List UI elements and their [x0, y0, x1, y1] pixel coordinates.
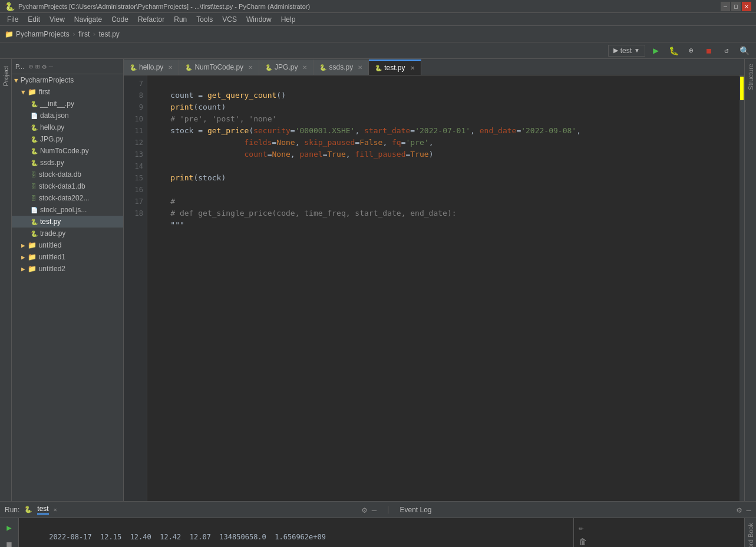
py-icon6: 🐍 — [31, 219, 38, 225]
menu-run[interactable]: Run — [169, 14, 192, 25]
menu-navigate[interactable]: Navigate — [70, 14, 107, 25]
folder-icon2: ▶ — [21, 242, 25, 249]
titlebar: 🐍 PycharmProjects [C:\Users\Administrato… — [0, 0, 756, 13]
debug-button[interactable]: 🐛 — [666, 44, 681, 57]
event-log-sep: | — [386, 506, 390, 514]
run-tab-close[interactable]: ✕ — [54, 506, 57, 513]
tree-item-untitled1[interactable]: ▶ 📁 untitled1 — [12, 251, 123, 263]
menu-file[interactable]: File — [2, 14, 23, 25]
toolbar: ▶ test ▼ ▶ 🐛 ⊕ ■ ↺ 🔍 — [0, 42, 756, 59]
maximize-button[interactable]: □ — [731, 2, 741, 11]
breadcrumb-first[interactable]: first — [78, 30, 90, 38]
folder-expand-icon: ▼ — [21, 88, 25, 96]
menu-tools[interactable]: Tools — [192, 14, 217, 25]
folder-icon: ▼ — [14, 77, 18, 84]
run-config-selector[interactable]: ▶ test ▼ — [608, 45, 645, 57]
event-log-settings-icon[interactable]: ⚙ — [737, 505, 741, 515]
project-tab[interactable]: Project — [0, 59, 12, 501]
tab-numtocode-close[interactable]: ✕ — [248, 64, 253, 71]
sync-icon[interactable]: ⊕ — [29, 62, 33, 71]
settings-icon[interactable]: ⚙ — [42, 62, 47, 71]
menu-window[interactable]: Window — [242, 14, 276, 25]
tab-jpg-close[interactable]: ✕ — [302, 64, 307, 71]
structure-label: Structure — [747, 64, 754, 90]
tab-ssds-label: ssds.py — [329, 63, 353, 71]
breadcrumb-sep2: › — [92, 30, 96, 38]
run-stop-button[interactable]: ■ — [2, 537, 16, 547]
menu-help[interactable]: Help — [276, 14, 301, 25]
settings-button[interactable]: ↺ — [719, 44, 734, 57]
tree-item-root[interactable]: ▼ PycharmProjects — [12, 74, 123, 86]
close-button[interactable]: ✕ — [742, 2, 751, 11]
tree-item-test[interactable]: 🐍 test.py — [12, 216, 123, 228]
tab-test[interactable]: 🐍 test.py ✕ — [369, 60, 421, 75]
run-minimize-icon[interactable]: – — [372, 505, 377, 515]
tab-numtocode[interactable]: 🐍 NumToCode.py ✕ — [179, 60, 259, 75]
run-config-icon: ▶ — [613, 47, 618, 54]
tree-item-untitled[interactable]: ▶ 📁 untitled — [12, 239, 123, 251]
sidebar-header: P... ⊕ ⊞ ⚙ – — [12, 59, 123, 74]
tab-test-label: test.py — [384, 64, 405, 72]
run-panel: Run: 🐍 test ✕ ⚙ – | Event Log ⚙ – ▶ ■ ↑ … — [0, 501, 756, 547]
expand-icon[interactable]: ⊞ — [35, 62, 39, 71]
minimize-button[interactable]: — — [721, 2, 730, 11]
window-controls: — □ ✕ — [721, 2, 751, 11]
tree-item-init[interactable]: 🐍 __init__.py — [12, 98, 123, 110]
tree-trade-label: trade.py — [40, 229, 65, 238]
run-with-coverage-button[interactable]: ⊕ — [684, 44, 698, 57]
event-log-minimize-icon[interactable]: – — [747, 505, 751, 515]
editor-content[interactable]: 789101112131415161718 count = get_query_… — [124, 75, 744, 501]
tree-test-label: test.py — [40, 218, 61, 226]
tree-item-numtocode[interactable]: 🐍 NumToCode.py — [12, 145, 123, 157]
tree-item-first[interactable]: ▼ 📁 first — [12, 86, 123, 98]
run-output[interactable]: 2022-08-17 12.15 12.40 12.42 12.07 13485… — [19, 518, 573, 547]
tree-item-stockpool[interactable]: 📄 stock_pool.js... — [12, 204, 123, 216]
tree-root-label: PycharmProjects — [21, 76, 74, 84]
tab-ssds-close[interactable]: ✕ — [358, 64, 362, 71]
menu-edit[interactable]: Edit — [23, 14, 45, 25]
tab-hello-icon: 🐍 — [130, 64, 137, 71]
tree-item-ssds[interactable]: 🐍 ssds.py — [12, 157, 123, 169]
code-display[interactable]: count = get_query_count() print(count) #… — [147, 75, 744, 501]
search-button[interactable]: 🔍 — [737, 44, 751, 57]
title-text: PycharmProjects [C:\Users\Administrator\… — [18, 3, 721, 10]
menu-code[interactable]: Code — [107, 14, 133, 25]
menu-refactor[interactable]: Refactor — [133, 14, 169, 25]
menu-vcs[interactable]: VCS — [217, 14, 242, 25]
event-log-label: Event Log — [400, 506, 431, 514]
stop-button[interactable]: ■ — [702, 44, 716, 57]
structure-panel[interactable]: Structure — [744, 59, 756, 501]
run-panel-header: Run: 🐍 test ✕ ⚙ – | Event Log ⚙ – — [0, 502, 756, 518]
tree-item-stockdb[interactable]: 🗄 stock-data.db — [12, 169, 123, 180]
tab-jpg[interactable]: 🐍 JPG.py ✕ — [259, 60, 313, 75]
tab-ssds-icon: 🐍 — [319, 64, 326, 71]
py-icon2: 🐍 — [31, 124, 38, 131]
tree-item-stockdb1[interactable]: 🗄 stock-data1.db — [12, 180, 123, 192]
tree-item-hello[interactable]: 🐍 hello.py — [12, 121, 123, 133]
run-button[interactable]: ▶ — [649, 44, 663, 57]
edit-icon[interactable]: ✏ — [579, 523, 583, 532]
tab-hello[interactable]: 🐍 hello.py ✕ — [124, 60, 179, 75]
collapse-icon[interactable]: – — [49, 62, 53, 71]
editor-area: 🐍 hello.py ✕ 🐍 NumToCode.py ✕ 🐍 JPG.py ✕… — [124, 59, 744, 501]
tree-item-trade[interactable]: 🐍 trade.py — [12, 228, 123, 239]
tab-hello-close[interactable]: ✕ — [168, 64, 173, 71]
delete-icon[interactable]: 🗑 — [579, 537, 587, 546]
tree-item-stockdb2[interactable]: 🗄 stock-data202... — [12, 192, 123, 204]
run-active-tab[interactable]: test — [37, 505, 48, 515]
tab-jpg-label: JPG.py — [275, 63, 298, 71]
word-book-label: Word Book — [747, 523, 754, 547]
breadcrumb-project[interactable]: PycharmProjects — [16, 30, 70, 38]
tree-item-untitled2[interactable]: ▶ 📁 untitled2 — [12, 263, 123, 275]
output-line-1: 2022-08-17 12.15 12.40 12.42 12.07 13485… — [49, 533, 326, 541]
run-play-button[interactable]: ▶ — [2, 520, 16, 535]
tab-test-close[interactable]: ✕ — [410, 65, 415, 71]
tab-ssds[interactable]: 🐍 ssds.py ✕ — [313, 60, 369, 75]
breadcrumb-file[interactable]: test.py — [99, 30, 120, 38]
menu-view[interactable]: View — [45, 14, 70, 25]
tree-item-data-json[interactable]: 📄 data.json — [12, 110, 123, 121]
word-book-panel[interactable]: Word Book — [744, 518, 756, 547]
tree-ssds-label: ssds.py — [40, 159, 64, 167]
run-settings-icon[interactable]: ⚙ — [362, 505, 367, 515]
tree-item-jpg[interactable]: 🐍 JPG.py — [12, 133, 123, 145]
